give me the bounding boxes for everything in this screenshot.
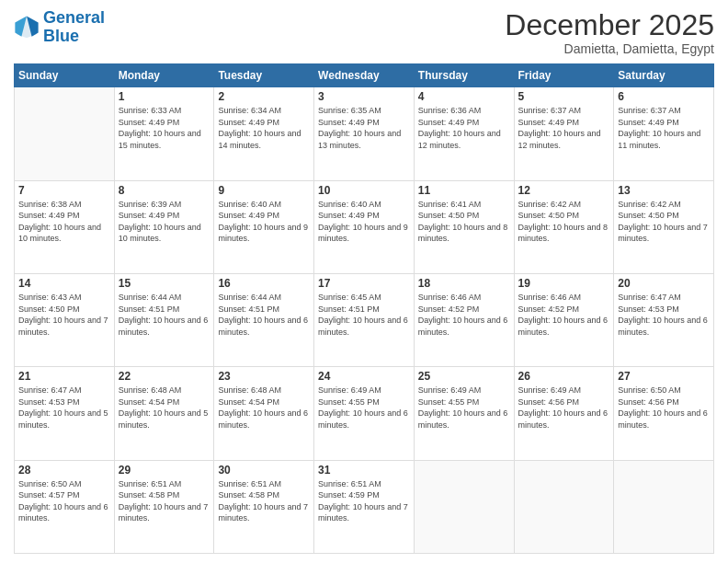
day-info: Sunrise: 6:46 AM Sunset: 4:52 PM Dayligh… <box>418 292 510 338</box>
day-info: Sunrise: 6:38 AM Sunset: 4:49 PM Dayligh… <box>18 199 110 245</box>
week-row-4: 21Sunrise: 6:47 AM Sunset: 4:53 PM Dayli… <box>15 367 714 460</box>
header-monday: Monday <box>114 64 214 87</box>
day-info: Sunrise: 6:47 AM Sunset: 4:53 PM Dayligh… <box>18 385 110 431</box>
cell-w1-d6: 5Sunrise: 6:37 AM Sunset: 4:49 PM Daylig… <box>514 87 614 180</box>
header-thursday: Thursday <box>414 64 514 87</box>
week-row-3: 14Sunrise: 6:43 AM Sunset: 4:50 PM Dayli… <box>15 273 714 366</box>
day-number: 3 <box>318 90 410 103</box>
day-info: Sunrise: 6:50 AM Sunset: 4:57 PM Dayligh… <box>18 478 110 524</box>
day-number: 1 <box>119 90 210 103</box>
day-number: 21 <box>18 370 110 383</box>
location: Damietta, Damietta, Egypt <box>505 41 714 56</box>
logo: General Blue <box>14 9 105 46</box>
day-number: 20 <box>618 277 710 290</box>
day-number: 10 <box>318 184 410 197</box>
day-info: Sunrise: 6:50 AM Sunset: 4:56 PM Dayligh… <box>618 385 710 431</box>
day-info: Sunrise: 6:40 AM Sunset: 4:49 PM Dayligh… <box>218 199 310 245</box>
header-friday: Friday <box>514 64 614 87</box>
cell-w1-d5: 4Sunrise: 6:36 AM Sunset: 4:49 PM Daylig… <box>414 87 514 180</box>
cell-w3-d3: 16Sunrise: 6:44 AM Sunset: 4:51 PM Dayli… <box>214 273 314 366</box>
page: General Blue December 2025 Damietta, Dam… <box>0 0 728 563</box>
cell-w5-d3: 30Sunrise: 6:51 AM Sunset: 4:58 PM Dayli… <box>214 460 314 553</box>
cell-w3-d6: 19Sunrise: 6:46 AM Sunset: 4:52 PM Dayli… <box>514 273 614 366</box>
day-number: 13 <box>618 184 710 197</box>
cell-w1-d2: 1Sunrise: 6:33 AM Sunset: 4:49 PM Daylig… <box>114 87 214 180</box>
day-number: 17 <box>318 277 410 290</box>
day-number: 14 <box>18 277 110 290</box>
cell-w2-d1: 7Sunrise: 6:38 AM Sunset: 4:49 PM Daylig… <box>15 180 115 273</box>
header-saturday: Saturday <box>614 64 714 87</box>
day-number: 15 <box>119 277 210 290</box>
cell-w3-d7: 20Sunrise: 6:47 AM Sunset: 4:53 PM Dayli… <box>614 273 714 366</box>
cell-w2-d3: 9Sunrise: 6:40 AM Sunset: 4:49 PM Daylig… <box>214 180 314 273</box>
day-info: Sunrise: 6:35 AM Sunset: 4:49 PM Dayligh… <box>318 105 410 151</box>
day-info: Sunrise: 6:48 AM Sunset: 4:54 PM Dayligh… <box>119 385 210 431</box>
day-info: Sunrise: 6:42 AM Sunset: 4:50 PM Dayligh… <box>518 199 610 245</box>
day-info: Sunrise: 6:33 AM Sunset: 4:49 PM Dayligh… <box>119 105 210 151</box>
week-row-1: 1Sunrise: 6:33 AM Sunset: 4:49 PM Daylig… <box>15 87 714 180</box>
logo-icon <box>14 15 40 40</box>
day-number: 22 <box>119 370 210 383</box>
day-number: 24 <box>318 370 410 383</box>
day-info: Sunrise: 6:37 AM Sunset: 4:49 PM Dayligh… <box>618 105 710 151</box>
cell-w1-d1 <box>15 87 115 180</box>
cell-w5-d1: 28Sunrise: 6:50 AM Sunset: 4:57 PM Dayli… <box>15 460 115 553</box>
day-number: 23 <box>218 370 310 383</box>
day-info: Sunrise: 6:49 AM Sunset: 4:55 PM Dayligh… <box>318 385 410 431</box>
cell-w4-d2: 22Sunrise: 6:48 AM Sunset: 4:54 PM Dayli… <box>114 367 214 460</box>
day-info: Sunrise: 6:37 AM Sunset: 4:49 PM Dayligh… <box>518 105 610 151</box>
day-number: 29 <box>119 464 210 477</box>
day-number: 5 <box>518 90 610 103</box>
cell-w4-d4: 24Sunrise: 6:49 AM Sunset: 4:55 PM Dayli… <box>314 367 415 460</box>
calendar-header: Sunday Monday Tuesday Wednesday Thursday… <box>15 64 714 87</box>
cell-w1-d7: 6Sunrise: 6:37 AM Sunset: 4:49 PM Daylig… <box>614 87 714 180</box>
day-number: 2 <box>218 90 310 103</box>
day-number: 31 <box>318 464 410 477</box>
day-number: 19 <box>518 277 610 290</box>
day-number: 12 <box>518 184 610 197</box>
day-info: Sunrise: 6:47 AM Sunset: 4:53 PM Dayligh… <box>618 292 710 338</box>
header: General Blue December 2025 Damietta, Dam… <box>14 9 714 56</box>
day-info: Sunrise: 6:45 AM Sunset: 4:51 PM Dayligh… <box>318 292 410 338</box>
calendar: Sunday Monday Tuesday Wednesday Thursday… <box>14 63 714 554</box>
logo-line2: Blue <box>43 27 79 45</box>
logo-text: General Blue <box>43 9 105 46</box>
cell-w4-d3: 23Sunrise: 6:48 AM Sunset: 4:54 PM Dayli… <box>214 367 314 460</box>
day-number: 25 <box>418 370 510 383</box>
day-info: Sunrise: 6:42 AM Sunset: 4:50 PM Dayligh… <box>618 199 710 245</box>
logo-line1: General <box>43 8 105 27</box>
day-info: Sunrise: 6:51 AM Sunset: 4:58 PM Dayligh… <box>218 478 310 524</box>
week-row-2: 7Sunrise: 6:38 AM Sunset: 4:49 PM Daylig… <box>15 180 714 273</box>
cell-w4-d6: 26Sunrise: 6:49 AM Sunset: 4:56 PM Dayli… <box>514 367 614 460</box>
week-row-5: 28Sunrise: 6:50 AM Sunset: 4:57 PM Dayli… <box>15 460 714 553</box>
day-info: Sunrise: 6:51 AM Sunset: 4:58 PM Dayligh… <box>119 478 210 524</box>
cell-w5-d7 <box>614 460 714 553</box>
day-info: Sunrise: 6:44 AM Sunset: 4:51 PM Dayligh… <box>218 292 310 338</box>
cell-w5-d5 <box>414 460 514 553</box>
day-info: Sunrise: 6:49 AM Sunset: 4:55 PM Dayligh… <box>418 385 510 431</box>
cell-w2-d6: 12Sunrise: 6:42 AM Sunset: 4:50 PM Dayli… <box>514 180 614 273</box>
cell-w3-d5: 18Sunrise: 6:46 AM Sunset: 4:52 PM Dayli… <box>414 273 514 366</box>
day-info: Sunrise: 6:48 AM Sunset: 4:54 PM Dayligh… <box>218 385 310 431</box>
day-info: Sunrise: 6:40 AM Sunset: 4:49 PM Dayligh… <box>318 199 410 245</box>
cell-w5-d6 <box>514 460 614 553</box>
cell-w1-d4: 3Sunrise: 6:35 AM Sunset: 4:49 PM Daylig… <box>314 87 415 180</box>
cell-w3-d2: 15Sunrise: 6:44 AM Sunset: 4:51 PM Dayli… <box>114 273 214 366</box>
day-number: 4 <box>418 90 510 103</box>
day-number: 6 <box>618 90 710 103</box>
day-info: Sunrise: 6:51 AM Sunset: 4:59 PM Dayligh… <box>318 478 410 524</box>
cell-w4-d5: 25Sunrise: 6:49 AM Sunset: 4:55 PM Dayli… <box>414 367 514 460</box>
day-info: Sunrise: 6:34 AM Sunset: 4:49 PM Dayligh… <box>218 105 310 151</box>
day-number: 26 <box>518 370 610 383</box>
cell-w4-d7: 27Sunrise: 6:50 AM Sunset: 4:56 PM Dayli… <box>614 367 714 460</box>
cell-w1-d3: 2Sunrise: 6:34 AM Sunset: 4:49 PM Daylig… <box>214 87 314 180</box>
day-info: Sunrise: 6:43 AM Sunset: 4:50 PM Dayligh… <box>18 292 110 338</box>
header-sunday: Sunday <box>15 64 115 87</box>
day-number: 28 <box>18 464 110 477</box>
days-header-row: Sunday Monday Tuesday Wednesday Thursday… <box>15 64 714 87</box>
day-number: 9 <box>218 184 310 197</box>
header-tuesday: Tuesday <box>214 64 314 87</box>
cell-w2-d4: 10Sunrise: 6:40 AM Sunset: 4:49 PM Dayli… <box>314 180 415 273</box>
cell-w3-d4: 17Sunrise: 6:45 AM Sunset: 4:51 PM Dayli… <box>314 273 415 366</box>
title-block: December 2025 Damietta, Damietta, Egypt <box>505 9 714 56</box>
